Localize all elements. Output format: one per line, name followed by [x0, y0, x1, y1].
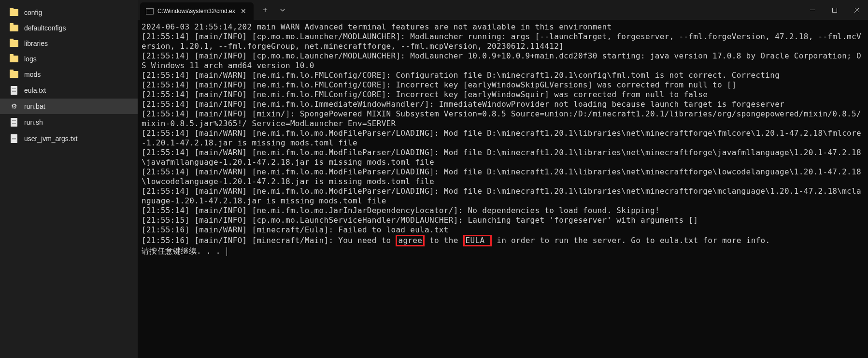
cmd-icon	[146, 8, 154, 14]
log-line: [21:55:14] [main/WARN] [ne.mi.fm.lo.mo.M…	[142, 148, 861, 167]
prompt-line: 请按任意键继续. . .	[142, 246, 226, 256]
log-line: [21:55:14] [main/INFO] [ne.mi.fm.lo.mo.J…	[142, 206, 660, 215]
log-line: [21:55:14] [main/INFO] [cp.mo.mo.Launche…	[142, 32, 861, 51]
folder-icon	[10, 71, 18, 78]
log-line: [21:55:14] [main/WARN] [ne.mi.fm.lo.mo.M…	[142, 186, 861, 205]
tab-title: C:\Windows\system32\cmd.ex	[157, 8, 235, 14]
file-label: run.bat	[24, 102, 45, 110]
folder-icon	[10, 40, 18, 47]
sidebar-item-defaultconfigs[interactable]: defaultconfigs	[0, 20, 138, 36]
file-label: config	[24, 9, 42, 16]
sidebar-item-logs[interactable]: logs	[0, 51, 138, 67]
log-line: [21:55:14] [main/INFO] [ne.mi.fm.lo.FMLC…	[142, 80, 737, 89]
tab-dropdown-button[interactable]	[275, 2, 290, 18]
log-line: [21:55:14] [main/WARN] [ne.mi.fm.lo.mo.M…	[142, 167, 861, 186]
folder-icon	[10, 56, 18, 62]
file-label: run.sh	[24, 118, 43, 126]
log-line: [21:55:14] [main/INFO] [cp.mo.mo.Launche…	[142, 51, 861, 70]
highlight-agree: agree	[396, 235, 425, 246]
log-line: [21:55:14] [main/INFO] [ne.mi.fm.lo.FMLC…	[142, 90, 708, 99]
svg-rect-0	[810, 10, 815, 10]
tab-cmd[interactable]: C:\Windows\system32\cmd.ex ✕	[140, 2, 254, 20]
log-line: [21:55:15] [main/INFO] [cp.mo.mo.LaunchS…	[142, 215, 698, 225]
minimize-button[interactable]	[801, 0, 824, 20]
highlight-eula: EULA	[463, 235, 492, 246]
file-icon	[11, 86, 17, 95]
folder-icon	[10, 25, 18, 31]
log-line: [21:55:14] [main/WARN] [ne.mi.fm.lo.mo.M…	[142, 129, 861, 147]
cursor	[227, 247, 227, 256]
close-icon[interactable]: ✕	[239, 7, 248, 15]
window-controls	[801, 0, 868, 20]
maximize-button[interactable]	[824, 0, 846, 20]
sidebar-item-user-jvm-args[interactable]: user_jvm_args.txt	[0, 130, 138, 147]
file-label: defaultconfigs	[24, 24, 66, 32]
file-label: user_jvm_args.txt	[24, 135, 77, 143]
file-icon	[11, 134, 17, 143]
sidebar-item-run-bat[interactable]: ⚙ run.bat	[0, 99, 138, 114]
log-line: [21:55:14] [main/INFO] [mixin/]: SpongeP…	[142, 109, 861, 128]
file-label: libraries	[24, 40, 48, 47]
sidebar-item-run-sh[interactable]: run.sh	[0, 114, 138, 130]
file-label: logs	[24, 55, 37, 63]
sidebar-item-config[interactable]: config	[0, 5, 138, 20]
log-line: 2024-06-03 21:55:14,202 main WARN Advanc…	[142, 22, 612, 31]
log-line: [21:55:16] [main/WARN] [minecraft/Eula]:…	[142, 225, 449, 234]
sidebar-item-eula-txt[interactable]: eula.txt	[0, 82, 138, 99]
close-button[interactable]	[846, 0, 868, 20]
tab-controls: ＋	[254, 0, 294, 20]
new-tab-button[interactable]: ＋	[257, 2, 273, 18]
folder-icon	[10, 9, 18, 16]
svg-rect-1	[833, 8, 837, 12]
log-line: [21:55:14] [main/WARN] [ne.mi.fm.lo.FMLC…	[142, 71, 780, 80]
terminal-output[interactable]: 2024-06-03 21:55:14,202 main WARN Advanc…	[138, 20, 868, 358]
tab-bar: C:\Windows\system32\cmd.ex ✕ ＋	[138, 0, 868, 20]
file-label: eula.txt	[24, 86, 46, 94]
log-line-final: [21:55:16] [main/INFO] [minecraft/Main]:…	[142, 236, 770, 245]
file-icon	[11, 118, 17, 127]
sidebar-item-libraries[interactable]: libraries	[0, 36, 138, 51]
terminal-window: C:\Windows\system32\cmd.ex ✕ ＋ 2024-06-0…	[138, 0, 868, 358]
file-label: mods	[24, 71, 41, 78]
log-line: [21:55:14] [main/INFO] [ne.mi.fm.lo.Imme…	[142, 100, 784, 109]
file-explorer-sidebar: config defaultconfigs libraries logs mod…	[0, 0, 138, 358]
sidebar-item-mods[interactable]: mods	[0, 67, 138, 82]
gear-icon: ⚙	[10, 102, 18, 110]
